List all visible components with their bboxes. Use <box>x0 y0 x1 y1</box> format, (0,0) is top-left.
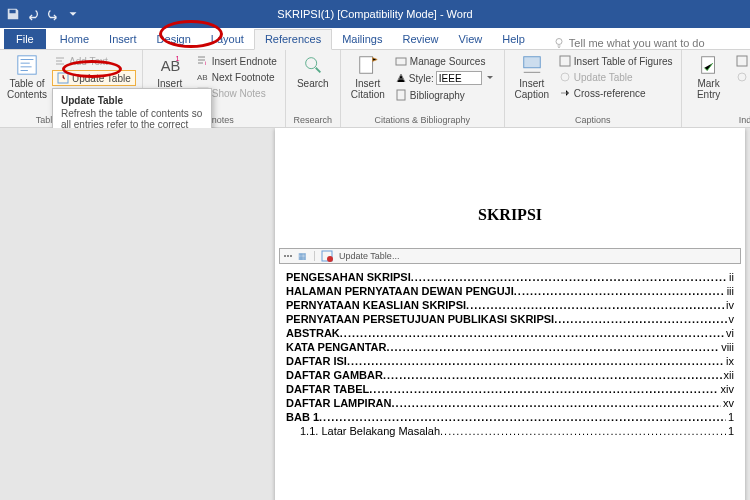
group-label-research: Research <box>292 115 334 127</box>
add-text-button[interactable]: Add Text <box>52 54 136 68</box>
svg-rect-16 <box>737 56 747 66</box>
group-label-captions: Captions <box>511 115 675 127</box>
search-button[interactable]: Search <box>292 52 334 89</box>
svg-rect-10 <box>396 58 406 65</box>
svg-rect-11 <box>397 90 405 100</box>
footnote-icon: AB1 <box>159 54 181 76</box>
svg-rect-15 <box>701 57 714 74</box>
mark-entry-icon <box>698 54 720 76</box>
toc-row[interactable]: DAFTAR ISI ix <box>286 355 734 367</box>
update-icon <box>736 71 748 83</box>
toc-body: PENGESAHAN SKRIPSI iiHALAMAN PERNYATAAN … <box>279 264 741 440</box>
insert-endnote-button[interactable]: iInsert Endnote <box>195 54 279 68</box>
manage-sources-icon <box>395 55 407 67</box>
svg-text:1: 1 <box>175 54 179 63</box>
tab-mailings[interactable]: Mailings <box>332 30 392 49</box>
update-icon <box>559 71 571 83</box>
update-index-button[interactable]: Update Index <box>734 70 750 84</box>
citation-style-select[interactable]: Style: <box>393 70 498 86</box>
insert-index-button[interactable]: Insert Index <box>734 54 750 68</box>
bibliography-button[interactable]: Bibliography <box>393 88 498 102</box>
group-label-index: Index <box>688 115 750 127</box>
toc-row[interactable]: BAB 1 1 <box>286 411 734 423</box>
svg-rect-12 <box>524 57 541 68</box>
toc-update-button[interactable]: Update Table... <box>339 251 399 261</box>
crossref-icon <box>559 87 571 99</box>
toc-row[interactable]: KATA PENGANTAR viii <box>286 341 734 353</box>
tab-view[interactable]: View <box>449 30 493 49</box>
update-tof-button[interactable]: Update Table <box>557 70 675 84</box>
svg-text:i: i <box>205 60 206 66</box>
tab-insert[interactable]: Insert <box>99 30 147 49</box>
insert-index-icon <box>736 55 748 67</box>
window-title: SKRIPSI(1) [Compatibility Mode] - Word <box>277 8 472 20</box>
toc-field-header: ▦ Update Table... <box>279 248 741 264</box>
manage-sources-button[interactable]: Manage Sources <box>393 54 498 68</box>
svg-point-14 <box>561 73 569 81</box>
tab-home[interactable]: Home <box>50 30 99 49</box>
undo-icon[interactable] <box>26 7 40 21</box>
svg-rect-13 <box>560 56 570 66</box>
document-page: SKRIPSI ▦ Update Table... PENGESAHAN SKR… <box>275 128 745 500</box>
toc-menu-icon[interactable]: ▦ <box>298 251 308 261</box>
group-citations: Insert Citation Manage Sources Style: Bi… <box>341 50 505 127</box>
caption-icon <box>521 54 543 76</box>
tab-review[interactable]: Review <box>393 30 449 49</box>
toc-field[interactable]: ▦ Update Table... PENGESAHAN SKRIPSI iiH… <box>279 248 741 440</box>
chevron-down-icon[interactable] <box>66 7 80 21</box>
toc-row[interactable]: 1.1. Latar Belakang Masalah 1 <box>286 425 734 437</box>
lightbulb-icon <box>553 37 565 49</box>
tab-help[interactable]: Help <box>492 30 535 49</box>
grip-icon[interactable] <box>284 255 292 257</box>
mark-entry-button[interactable]: Mark Entry <box>688 52 730 100</box>
toc-row[interactable]: DAFTAR TABEL xiv <box>286 383 734 395</box>
toc-row[interactable]: DAFTAR LAMPIRAN xv <box>286 397 734 409</box>
group-label-citations: Citations & Bibliography <box>347 115 498 127</box>
tab-design[interactable]: Design <box>147 30 201 49</box>
toc-row[interactable]: HALAMAN PERNYATAAN DEWAN PENGUJI iii <box>286 285 734 297</box>
chevron-down-icon[interactable] <box>484 72 496 84</box>
update-table-icon <box>321 250 333 262</box>
svg-point-22 <box>327 256 333 262</box>
next-footnote-icon: AB <box>197 71 209 83</box>
group-index: Mark Entry Insert Index Update Index Ind… <box>682 50 750 127</box>
toc-row[interactable]: ABSTRAK vi <box>286 327 734 339</box>
style-icon <box>395 72 407 84</box>
update-table-button[interactable]: Update Table <box>52 70 136 86</box>
endnote-icon: i <box>197 55 209 67</box>
search-icon <box>302 54 324 76</box>
toc-row[interactable]: PERNYATAAN PERSETUJUAN PUBLIKASI SKRIPSI… <box>286 313 734 325</box>
toc-row[interactable]: DAFTAR GAMBAR xii <box>286 369 734 381</box>
svg-rect-1 <box>18 56 36 74</box>
tab-layout[interactable]: Layout <box>201 30 254 49</box>
cross-reference-button[interactable]: Cross-reference <box>557 86 675 100</box>
insert-citation-button[interactable]: Insert Citation <box>347 52 389 100</box>
save-icon[interactable] <box>6 7 20 21</box>
svg-point-8 <box>305 58 316 69</box>
toc-row[interactable]: PENGESAHAN SKRIPSI ii <box>286 271 734 283</box>
tell-me-label: Tell me what you want to do <box>569 37 705 49</box>
quick-access-toolbar <box>0 7 86 21</box>
tab-file[interactable]: File <box>4 29 46 49</box>
toc-icon <box>16 54 38 76</box>
insert-table-of-figures-button[interactable]: Insert Table of Figures <box>557 54 675 68</box>
svg-point-17 <box>738 73 746 81</box>
document-title: SKRIPSI <box>275 206 745 224</box>
tab-references[interactable]: References <box>254 29 332 50</box>
tooltip-title: Update Table <box>61 95 203 106</box>
group-research: Search Research <box>286 50 341 127</box>
bibliography-icon <box>395 89 407 101</box>
svg-rect-9 <box>360 57 373 74</box>
tell-me-search[interactable]: Tell me what you want to do <box>553 37 705 49</box>
redo-icon[interactable] <box>46 7 60 21</box>
ribbon-tabs: File Home Insert Design Layout Reference… <box>0 28 750 50</box>
insert-caption-button[interactable]: Insert Caption <box>511 52 553 100</box>
document-workspace[interactable]: SKRIPSI ▦ Update Table... PENGESAHAN SKR… <box>0 128 750 500</box>
citation-icon <box>357 54 379 76</box>
table-of-contents-button[interactable]: Table of Contents <box>6 52 48 100</box>
toc-row[interactable]: PERNYATAAN KEASLIAN SKRIPSI iv <box>286 299 734 311</box>
add-text-icon <box>54 55 66 67</box>
style-value-input[interactable] <box>436 71 482 85</box>
next-footnote-button[interactable]: ABNext Footnote <box>195 70 279 84</box>
tof-icon <box>559 55 571 67</box>
